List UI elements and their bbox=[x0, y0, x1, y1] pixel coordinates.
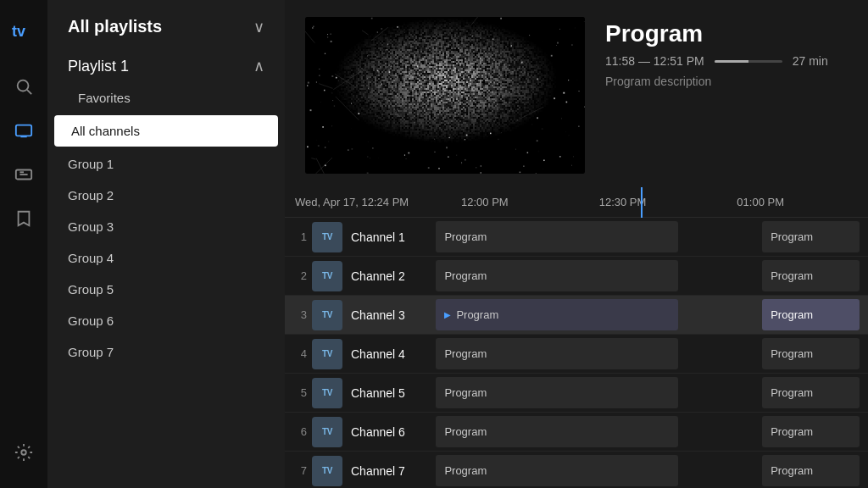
program-block[interactable]: Program bbox=[762, 416, 859, 447]
channel-programs-4: Program Program bbox=[427, 335, 868, 373]
program-block[interactable]: Program bbox=[762, 377, 859, 408]
channel-icon-2: TV bbox=[312, 261, 342, 291]
channel-num-6: 6 bbox=[285, 425, 312, 438]
program-block[interactable]: Program bbox=[436, 416, 678, 447]
top-section: Program 11:58 — 12:51 PM 27 min Program … bbox=[285, 0, 868, 187]
group7-item[interactable]: Group 7 bbox=[47, 336, 285, 368]
channel-icon-4: TV bbox=[312, 339, 342, 369]
program-info: Program 11:58 — 12:51 PM 27 min Program … bbox=[605, 17, 828, 174]
svg-point-1 bbox=[18, 80, 29, 92]
time-indicator bbox=[641, 187, 643, 218]
playlist1-chevron: ∧ bbox=[253, 57, 264, 75]
group6-item[interactable]: Group 6 bbox=[47, 305, 285, 336]
svg-text:tv: tv bbox=[12, 23, 25, 40]
program-progress-bar bbox=[715, 60, 782, 63]
channel-row-7[interactable]: 7 TV Channel 7 Program Program bbox=[285, 452, 868, 488]
favorites-item[interactable]: Favorites bbox=[47, 82, 285, 114]
program-block[interactable]: Program bbox=[762, 455, 859, 486]
program-block[interactable]: Program bbox=[436, 338, 678, 369]
epg-channels: 1 TV Channel 1 Program Program 2 TV Chan… bbox=[285, 218, 868, 488]
main-content: Program 11:58 — 12:51 PM 27 min Program … bbox=[285, 0, 868, 488]
channel-num-5: 5 bbox=[285, 386, 312, 399]
channel-num-3: 3 bbox=[285, 308, 312, 321]
program-block[interactable]: Program bbox=[762, 221, 859, 252]
channel-programs-5: Program Program bbox=[427, 374, 868, 412]
program-block[interactable]: Program bbox=[436, 221, 678, 252]
channel-num-1: 1 bbox=[285, 230, 312, 243]
program-block-playing[interactable]: ▶Program bbox=[436, 299, 678, 330]
program-progress-fill bbox=[715, 60, 748, 63]
channel-programs-6: Program Program bbox=[427, 413, 868, 451]
channel-name-6: Channel 6 bbox=[351, 425, 427, 439]
channel-icon-5: TV bbox=[312, 378, 342, 408]
epg-section: Wed, Apr 17, 12:24 PM 12:00 PM 12:30 PM … bbox=[285, 187, 868, 488]
group1-item[interactable]: Group 1 bbox=[47, 148, 285, 180]
channel-icon-7: TV bbox=[312, 456, 342, 486]
program-block[interactable]: Program bbox=[436, 455, 678, 486]
channel-name-4: Channel 4 bbox=[351, 347, 427, 361]
channel-icon-3: TV bbox=[312, 300, 342, 330]
app-logo: tv bbox=[7, 14, 41, 47]
channel-row-6[interactable]: 6 TV Channel 6 Program Program bbox=[285, 413, 868, 452]
channel-name-2: Channel 2 bbox=[351, 269, 427, 283]
all-playlists-row[interactable]: All playlists ∨ bbox=[47, 0, 285, 50]
playlist1-label: Playlist 1 bbox=[68, 58, 129, 75]
svg-line-2 bbox=[27, 90, 31, 94]
channel-name-5: Channel 5 bbox=[351, 386, 427, 400]
channel-num-2: 2 bbox=[285, 269, 312, 282]
group3-item[interactable]: Group 3 bbox=[47, 211, 285, 242]
group5-item[interactable]: Group 5 bbox=[47, 274, 285, 305]
channel-name-7: Channel 7 bbox=[351, 464, 427, 478]
program-block[interactable]: Program bbox=[436, 377, 678, 408]
svg-point-8 bbox=[21, 450, 26, 455]
settings-nav-icon[interactable] bbox=[0, 430, 47, 474]
playlist1-row[interactable]: Playlist 1 ∧ bbox=[47, 50, 285, 82]
program-title: Program bbox=[605, 20, 828, 47]
channel-icon-6: TV bbox=[312, 417, 342, 447]
channel-row-5[interactable]: 5 TV Channel 5 Program Program bbox=[285, 374, 868, 413]
program-block[interactable]: Program bbox=[762, 260, 859, 291]
program-block-right[interactable]: Program bbox=[762, 299, 859, 330]
epg-time-slot-2: 12:30 PM bbox=[593, 187, 731, 218]
epg-date-label: Wed, Apr 17, 12:24 PM bbox=[285, 196, 454, 208]
epg-header: Wed, Apr 17, 12:24 PM 12:00 PM 12:30 PM … bbox=[285, 187, 868, 218]
bookmark-nav-icon[interactable] bbox=[0, 197, 47, 241]
all-playlists-label: All playlists bbox=[68, 17, 162, 36]
program-time-row: 11:58 — 12:51 PM 27 min bbox=[605, 54, 828, 68]
epg-time-slot-3: 01:00 PM bbox=[730, 187, 868, 218]
program-block[interactable]: Program bbox=[762, 338, 859, 369]
channel-row-1[interactable]: 1 TV Channel 1 Program Program bbox=[285, 218, 868, 257]
preview-thumbnail bbox=[305, 17, 585, 174]
all-playlists-chevron: ∨ bbox=[253, 18, 264, 36]
playlist-panel: All playlists ∨ Playlist 1 ∧ Favorites A… bbox=[47, 0, 285, 488]
channel-name-3: Channel 3 bbox=[351, 308, 427, 322]
program-time: 11:58 — 12:51 PM bbox=[605, 54, 704, 68]
channel-programs-7: Program Program bbox=[427, 452, 868, 488]
channel-programs-1: Program Program bbox=[427, 218, 868, 256]
all-channels-item[interactable]: All channels bbox=[54, 115, 278, 147]
channel-row-3[interactable]: 3 TV Channel 3 ▶Program Program bbox=[285, 296, 868, 335]
program-duration: 27 min bbox=[793, 54, 828, 68]
search-nav-icon[interactable] bbox=[0, 64, 47, 108]
group4-item[interactable]: Group 4 bbox=[47, 242, 285, 274]
channel-row-2[interactable]: 2 TV Channel 2 Program Program bbox=[285, 257, 868, 296]
channel-programs-2: Program Program bbox=[427, 257, 868, 295]
sidebar-icons: tv bbox=[0, 0, 47, 488]
play-indicator: ▶ bbox=[444, 310, 451, 319]
channel-programs-3: ▶Program Program bbox=[427, 296, 868, 334]
epg-time-slots: 12:00 PM 12:30 PM 01:00 PM bbox=[454, 187, 868, 218]
program-description: Program description bbox=[605, 75, 828, 88]
channel-num-7: 7 bbox=[285, 464, 312, 477]
group2-item[interactable]: Group 2 bbox=[47, 180, 285, 211]
tv-nav-icon[interactable] bbox=[0, 108, 47, 152]
epg-time-slot-1: 12:00 PM bbox=[454, 187, 593, 218]
program-block[interactable]: Program bbox=[436, 260, 678, 291]
channel-name-1: Channel 1 bbox=[351, 230, 427, 244]
channel-num-4: 4 bbox=[285, 347, 312, 360]
channel-icon-1: TV bbox=[312, 222, 342, 252]
channel-row-4[interactable]: 4 TV Channel 4 Program Program bbox=[285, 335, 868, 374]
dvr-nav-icon[interactable] bbox=[0, 152, 47, 197]
svg-rect-3 bbox=[16, 125, 31, 136]
